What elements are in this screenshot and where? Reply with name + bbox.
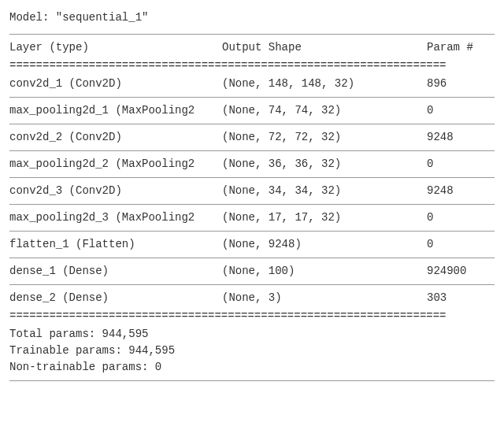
table-row: conv2d_1 (Conv2D)(None, 148, 148, 32)896 — [9, 76, 495, 92]
equals-divider: ========================================… — [9, 308, 495, 324]
divider — [9, 34, 495, 35]
model-title: Model: "sequential_1" — [9, 9, 495, 26]
divider — [9, 258, 495, 258]
cell-param: 896 — [427, 76, 495, 92]
cell-layer: conv2d_2 (Conv2D) — [9, 129, 222, 146]
table-row: max_pooling2d_2 (MaxPooling2(None, 36, 3… — [9, 156, 495, 172]
table-row: conv2d_2 (Conv2D)(None, 72, 72, 32)9248 — [9, 129, 495, 146]
cell-layer: flatten_1 (Flatten) — [9, 236, 222, 253]
cell-param: 0 — [427, 156, 495, 172]
cell-shape: (None, 34, 34, 32) — [222, 183, 427, 199]
cell-shape: (None, 9248) — [222, 236, 427, 253]
table-row: conv2d_3 (Conv2D)(None, 34, 34, 32)9248 — [9, 183, 495, 199]
cell-shape: (None, 148, 148, 32) — [222, 76, 427, 92]
cell-shape: (None, 72, 72, 32) — [222, 129, 427, 146]
cell-shape: (None, 3) — [222, 290, 427, 306]
divider — [9, 231, 495, 232]
col-header-param: Param # — [427, 39, 495, 56]
table-row: flatten_1 (Flatten)(None, 9248)0 — [9, 236, 495, 253]
cell-layer: max_pooling2d_1 (MaxPooling2 — [9, 102, 222, 119]
cell-shape: (None, 100) — [222, 263, 427, 280]
table-row: max_pooling2d_1 (MaxPooling2(None, 74, 7… — [9, 102, 495, 119]
cell-shape: (None, 17, 17, 32) — [222, 209, 427, 226]
trainable-params: Trainable params: 944,595 — [9, 343, 495, 359]
divider — [9, 284, 495, 285]
cell-layer: dense_2 (Dense) — [9, 290, 222, 306]
cell-layer: dense_1 (Dense) — [9, 263, 222, 280]
total-params: Total params: 944,595 — [9, 326, 495, 343]
table-header-row: Layer (type) Output Shape Param # — [9, 39, 495, 56]
table-row: dense_1 (Dense)(None, 100)924900 — [9, 263, 495, 280]
divider — [9, 204, 495, 205]
cell-param: 0 — [427, 102, 495, 119]
cell-param: 924900 — [427, 263, 495, 280]
divider — [9, 97, 495, 98]
divider — [9, 380, 495, 381]
table-row: dense_2 (Dense)(None, 3)303 — [9, 290, 495, 306]
non-trainable-params: Non-trainable params: 0 — [9, 359, 495, 376]
cell-param: 303 — [427, 290, 495, 306]
col-header-shape: Output Shape — [222, 39, 427, 56]
divider — [9, 150, 495, 151]
cell-shape: (None, 74, 74, 32) — [222, 102, 427, 119]
divider — [9, 124, 495, 124]
cell-param: 0 — [427, 236, 495, 253]
cell-layer: conv2d_3 (Conv2D) — [9, 183, 222, 199]
equals-divider: ========================================… — [9, 57, 495, 74]
cell-param: 0 — [427, 209, 495, 226]
col-header-layer: Layer (type) — [9, 39, 222, 56]
cell-param: 9248 — [427, 183, 495, 199]
cell-layer: max_pooling2d_3 (MaxPooling2 — [9, 209, 222, 226]
cell-layer: conv2d_1 (Conv2D) — [9, 76, 222, 92]
cell-layer: max_pooling2d_2 (MaxPooling2 — [9, 156, 222, 172]
summary-block: Total params: 944,595 Trainable params: … — [9, 326, 495, 376]
cell-shape: (None, 36, 36, 32) — [222, 156, 427, 172]
divider — [9, 177, 495, 178]
cell-param: 9248 — [427, 129, 495, 146]
table-row: max_pooling2d_3 (MaxPooling2(None, 17, 1… — [9, 209, 495, 226]
